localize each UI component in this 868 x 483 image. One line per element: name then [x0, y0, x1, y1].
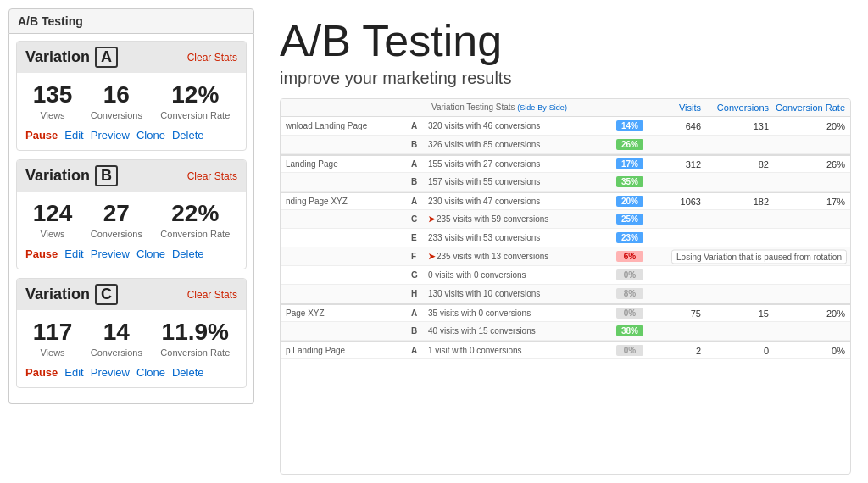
clear-stats-C[interactable]: Clear Stats: [187, 289, 237, 301]
col-conversions: 15: [701, 308, 769, 319]
action-edit-A[interactable]: Edit: [64, 129, 83, 142]
right-panel: A/B Testing improve your marketing resul…: [263, 0, 868, 483]
col-var: B: [411, 140, 425, 149]
col-conversions: 0: [701, 346, 769, 356]
clear-stats-B[interactable]: Clear Stats: [187, 170, 237, 182]
col-bar-pill: 0%: [616, 345, 650, 356]
action-pause-A[interactable]: Pause: [25, 129, 58, 142]
variation-block-A: Variation A Clear Stats 135 Views 16 Con…: [16, 41, 247, 151]
table-row: B 157 visits with 55 conversions 35%: [281, 173, 850, 192]
action-edit-C[interactable]: Edit: [64, 366, 83, 379]
variation-letter-A: A: [95, 47, 118, 68]
variation-title-C: Variation C: [25, 284, 118, 305]
th-name: [286, 103, 431, 113]
stats-table: Variation Testing Stats (Side-By-Side) V…: [280, 98, 851, 475]
action-preview-A[interactable]: Preview: [91, 129, 130, 142]
col-page-name: nding Page XYZ: [286, 197, 411, 206]
col-bar-pill: 25%: [616, 214, 650, 225]
actions-row-B: PauseEditPreviewCloneDelete: [17, 242, 246, 269]
action-edit-B[interactable]: Edit: [64, 247, 83, 260]
col-page-name: Page XYZ: [286, 308, 411, 318]
col-bar-pill: 20%: [616, 196, 650, 207]
col-visits: 75: [650, 308, 701, 319]
stats-row-C: 117 Views 14 Conversions 11.9% Conversio…: [17, 310, 246, 361]
table-body: wnload Landing Page A 320 visits with 46…: [281, 117, 850, 359]
table-row: nding Page XYZ A 230 visits with 47 conv…: [281, 192, 850, 210]
action-pause-C[interactable]: Pause: [25, 366, 58, 379]
col-bar-pill: 8%: [616, 288, 650, 299]
action-delete-B[interactable]: Delete: [172, 247, 204, 260]
col-bar-pill: 6%: [616, 251, 650, 262]
stats-row-B: 124 Views 27 Conversions 22% Conversion …: [17, 192, 246, 242]
variation-title-A: Variation A: [25, 47, 118, 68]
action-delete-C[interactable]: Delete: [172, 366, 204, 379]
action-pause-B[interactable]: Pause: [25, 247, 58, 260]
left-panel: A/B Testing Variation A Clear Stats 135 …: [0, 0, 263, 483]
col-visits: 646: [650, 121, 701, 131]
col-visits: 2: [650, 346, 701, 356]
col-conversions: 182: [701, 197, 769, 207]
col-rate: 0%: [769, 346, 845, 356]
col-stats-text: 1 visit with 0 conversions: [428, 346, 616, 355]
table-row: B 40 visits with 15 conversions 38%: [281, 322, 850, 341]
col-stats-text: 233 visits with 53 conversions: [428, 233, 616, 242]
col-var: A: [411, 121, 425, 130]
col-page-name: Landing Page: [286, 159, 411, 169]
action-clone-C[interactable]: Clone: [136, 366, 165, 379]
col-visits: 1063: [650, 197, 701, 207]
col-var: A: [411, 159, 425, 169]
col-page-name: p Landing Page: [286, 346, 411, 355]
col-var: A: [411, 308, 425, 318]
stat-conversions-A: 16 Conversions: [91, 81, 142, 120]
stat-views-B: 124 Views: [33, 200, 73, 239]
promo-subtitle: improve your marketing results: [280, 69, 851, 88]
table-row: C ➤235 visits with 59 conversions 25%: [281, 210, 850, 229]
panel-body: Variation A Clear Stats 135 Views 16 Con…: [8, 34, 254, 404]
th-visits: Visits: [650, 103, 701, 113]
table-row: p Landing Page A 1 visit with 0 conversi…: [281, 341, 850, 359]
col-stats-text: 157 visits with 55 conversions: [428, 177, 616, 186]
action-preview-B[interactable]: Preview: [91, 247, 130, 260]
stat-conversions-B: 27 Conversions: [91, 200, 142, 239]
promo-title: A/B Testing: [280, 17, 851, 65]
table-row: Landing Page A 155 visits with 27 conver…: [281, 154, 850, 173]
col-stats-text: 35 visits with 0 conversions: [428, 308, 616, 318]
col-var: E: [411, 233, 425, 242]
table-row: H 130 visits with 10 conversions 8%: [281, 285, 850, 303]
variation-block-C: Variation C Clear Stats 117 Views 14 Con…: [16, 278, 247, 388]
action-clone-A[interactable]: Clone: [136, 129, 165, 142]
col-var: G: [411, 270, 425, 280]
action-clone-B[interactable]: Clone: [136, 247, 165, 260]
action-delete-A[interactable]: Delete: [172, 129, 204, 142]
stat-rate-A: 12% Conversion Rate: [160, 81, 230, 120]
stat-views-C: 117 Views: [33, 319, 73, 358]
table-row: F ➤235 visits with 13 conversions 6% Los…: [281, 247, 850, 266]
variation-letter-B: B: [95, 165, 118, 186]
col-conversions: 82: [701, 159, 769, 169]
th-rate: Conversion Rate: [769, 103, 845, 113]
col-bar-pill: 14%: [616, 120, 650, 131]
col-rate: 26%: [769, 159, 845, 169]
action-preview-C[interactable]: Preview: [91, 366, 130, 379]
col-rate: 20%: [769, 308, 845, 319]
variation-header-C: Variation C Clear Stats: [17, 279, 246, 310]
col-stats-text: 155 visits with 27 conversions: [428, 159, 616, 169]
table-row: wnload Landing Page A 320 visits with 46…: [281, 117, 850, 136]
col-stats-text: 130 visits with 10 conversions: [428, 289, 616, 298]
col-bar-pill: 35%: [616, 176, 650, 187]
col-bar-pill: 17%: [616, 158, 650, 169]
clear-stats-A[interactable]: Clear Stats: [187, 52, 237, 64]
th-stats: Variation Testing Stats (Side-By-Side): [431, 103, 650, 113]
table-row: E 233 visits with 53 conversions 23%: [281, 229, 850, 247]
col-stats-text: ➤235 visits with 13 conversions: [428, 252, 616, 261]
col-stats-text: 40 visits with 15 conversions: [428, 326, 616, 336]
stat-rate-C: 11.9% Conversion Rate: [160, 319, 230, 358]
col-stats-text: 320 visits with 46 conversions: [428, 121, 616, 130]
stat-views-A: 135 Views: [33, 81, 73, 120]
table-row: Page XYZ A 35 visits with 0 conversions …: [281, 303, 850, 322]
col-var: A: [411, 197, 425, 206]
col-var: A: [411, 346, 425, 355]
stat-rate-B: 22% Conversion Rate: [160, 200, 230, 239]
col-stats-text: 0 visits with 0 conversions: [428, 270, 616, 280]
col-rate: 20%: [769, 121, 845, 131]
